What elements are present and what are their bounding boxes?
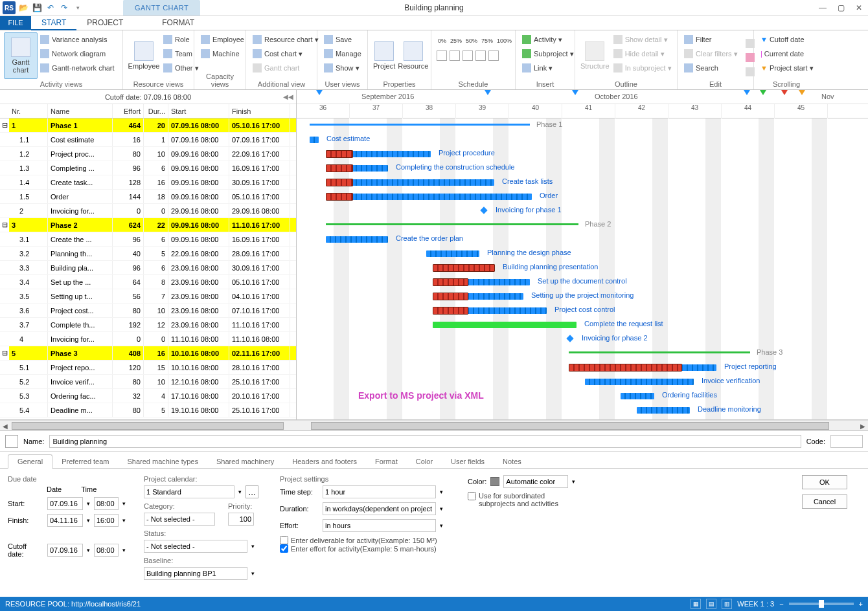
gantt-network-button[interactable]: Gantt-network chart [38, 61, 117, 75]
variance-button[interactable]: Variance analysis [38, 32, 117, 47]
cancel-button[interactable]: Cancel [802, 494, 847, 509]
project-start-button[interactable]: ▼Project start ▾ [758, 61, 816, 75]
qat-dropdown-icon[interactable]: ▾ [72, 2, 84, 14]
project-props-button[interactable]: Project [372, 32, 396, 79]
timeline-body[interactable]: Phase 1Cost estimateProject procedureCom… [297, 118, 868, 419]
expand-icon[interactable]: ⊟ [0, 346, 9, 360]
gantt-chart-button[interactable]: Gantt chart [4, 32, 38, 79]
category-select[interactable] [144, 513, 215, 526]
tab-format[interactable]: FORMAT [152, 16, 205, 30]
status-icon-1[interactable]: ▦ [691, 599, 701, 609]
table-row[interactable]: ⊟1Phase 14642007.09.16 08:0005.10.16 17:… [0, 118, 296, 133]
table-row[interactable]: 4Invoicing for...0011.10.16 08:0011.10.1… [0, 332, 296, 346]
task-bar-critical[interactable] [433, 293, 468, 300]
task-bar-critical[interactable] [326, 179, 353, 186]
baseline-select[interactable] [144, 567, 247, 580]
save-view-button[interactable]: Save [321, 32, 364, 47]
table-row[interactable]: 3.5Setting up t...56723.09.16 08:0004.10… [0, 289, 296, 304]
pct-25-button[interactable]: 25% [449, 34, 463, 48]
scroll-thumb-left[interactable] [12, 422, 284, 430]
calendar-more-button[interactable]: ... [246, 485, 258, 498]
task-bar[interactable] [426, 250, 479, 257]
effort-checkbox[interactable] [280, 544, 288, 553]
timeline-header[interactable]: September 2016October 2016Nov36373839404… [297, 90, 868, 118]
summary-bar[interactable] [326, 223, 578, 225]
table-row[interactable]: ⊟5Phase 34081610.10.16 08:0002.11.16 17:… [0, 346, 296, 361]
save-icon[interactable]: 💾 [31, 2, 43, 14]
zoom-in-button[interactable]: + [859, 600, 863, 608]
subcolor-checkbox[interactable] [468, 492, 476, 500]
cost-chart-button[interactable]: Cost chart ▾ [250, 47, 321, 61]
task-bar[interactable] [621, 393, 654, 399]
maximize-button[interactable]: ▢ [832, 1, 850, 15]
resource-props-button[interactable]: Resource [396, 32, 429, 79]
sched-icon-5[interactable] [488, 50, 499, 61]
task-bar[interactable] [637, 407, 690, 414]
pct-50-button[interactable]: 50% [464, 34, 479, 48]
table-row[interactable]: 3.3Building pla...96623.09.16 08:0030.09… [0, 261, 296, 275]
col-name[interactable]: Name [48, 104, 113, 118]
task-bar-critical[interactable] [433, 278, 468, 286]
employee-view-button[interactable]: Employee [127, 32, 161, 79]
status-icon-2[interactable]: ▤ [706, 599, 716, 609]
tab-start[interactable]: START [31, 16, 76, 30]
cutoff-time-input[interactable] [94, 544, 119, 557]
status-select[interactable] [144, 540, 247, 553]
table-row[interactable]: 3.1Create the ...96609.09.16 08:0016.09.… [0, 232, 296, 247]
duration-select[interactable] [323, 502, 436, 515]
cap-employee-button[interactable]: Employee [198, 32, 247, 47]
code-input[interactable] [830, 435, 863, 448]
ok-button[interactable]: OK [802, 475, 847, 489]
col-nr[interactable]: Nr. [9, 104, 48, 118]
current-date-button[interactable]: |Current date [758, 47, 816, 61]
ptab-format[interactable]: Format [366, 455, 407, 468]
summary-bar[interactable] [569, 351, 750, 353]
pct-75-button[interactable]: 75% [480, 34, 494, 48]
sched-icon-3[interactable] [463, 50, 473, 61]
ptab-headers[interactable]: Headers and footers [283, 455, 366, 468]
priority-input[interactable] [228, 513, 254, 526]
network-button[interactable]: Network diagram [38, 47, 117, 61]
task-bar[interactable] [326, 194, 532, 200]
color-select[interactable] [503, 475, 568, 488]
ptab-preferred[interactable]: Preferred team [52, 455, 118, 468]
task-bar-critical[interactable] [433, 307, 468, 315]
ptab-notes[interactable]: Notes [494, 455, 531, 468]
task-bar[interactable] [585, 379, 694, 385]
zoom-out-button[interactable]: − [779, 600, 783, 608]
expand-icon[interactable]: ⊟ [0, 118, 9, 132]
milestone-icon[interactable] [566, 335, 573, 342]
table-row[interactable]: 1.4Create task...1281609.09.16 08:0030.0… [0, 175, 296, 190]
milestone-icon[interactable] [480, 206, 487, 214]
expand-icon[interactable]: ⊟ [0, 218, 9, 232]
name-icon[interactable] [5, 435, 18, 448]
ptab-machinery[interactable]: Shared machinery [207, 455, 283, 468]
task-bar-critical[interactable] [433, 264, 495, 272]
calendar-select[interactable] [144, 485, 234, 498]
table-row[interactable]: 3.6Project cost...801023.09.16 08:0007.1… [0, 304, 296, 318]
task-bar-critical[interactable] [326, 164, 353, 172]
deliverable-checkbox[interactable] [280, 536, 288, 544]
finish-time-input[interactable] [94, 514, 119, 527]
status-icon-3[interactable]: ▥ [722, 599, 732, 609]
sched-icon-1[interactable] [437, 50, 447, 61]
open-icon[interactable]: 📂 [17, 2, 29, 14]
pct-100-button[interactable]: 100% [496, 34, 513, 48]
ptab-color[interactable]: Color [407, 455, 442, 468]
table-row[interactable]: 2Invoicing for...0029.09.16 08:0029.09.1… [0, 204, 296, 218]
pct-0-button[interactable]: 0% [437, 34, 448, 48]
ptab-general[interactable]: General [8, 454, 52, 469]
minimize-button[interactable]: — [814, 1, 832, 15]
activity-button[interactable]: Activity ▾ [520, 32, 577, 47]
table-row[interactable]: 1.3Completing ...96609.09.16 08:0016.09.… [0, 161, 296, 175]
name-input[interactable] [49, 435, 801, 448]
table-row[interactable]: 5.4Deadline m...80519.10.16 08:0025.10.1… [0, 403, 296, 417]
effort-select[interactable] [323, 519, 436, 532]
table-row[interactable]: ⊟3Phase 26242209.09.16 08:0011.10.16 17:… [0, 218, 296, 232]
task-bar-green[interactable] [433, 322, 577, 328]
cap-machine-button[interactable]: Machine [198, 47, 247, 61]
task-bar[interactable] [326, 236, 388, 243]
cutoff-date-input[interactable] [47, 544, 83, 557]
cutoff-date-button[interactable]: ▼Cutoff date [758, 32, 816, 47]
tab-project[interactable]: PROJECT [76, 16, 133, 30]
